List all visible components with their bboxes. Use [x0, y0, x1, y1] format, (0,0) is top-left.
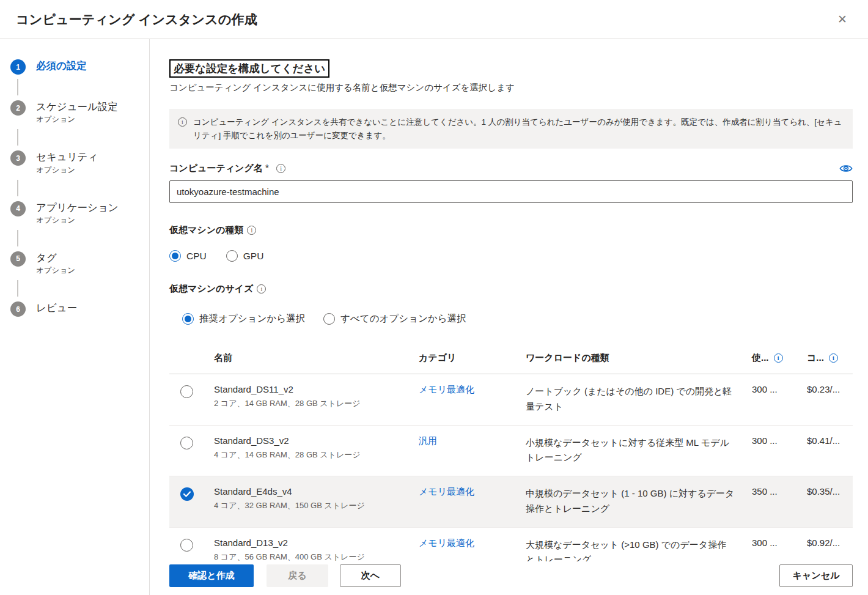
column-header-workload: ワークロードの種類 — [526, 352, 752, 364]
column-header-name: 名前 — [214, 352, 419, 364]
column-header-category: カテゴリ — [419, 352, 526, 364]
vm-workload: 小規模なデータセットに対する従来型 ML モデル トレーニング — [526, 435, 752, 466]
radio-circle — [226, 250, 238, 262]
eye-icon[interactable] — [839, 164, 853, 173]
radio-circle — [169, 250, 181, 262]
row-radio[interactable] — [180, 437, 193, 449]
close-icon[interactable]: ✕ — [833, 11, 852, 28]
radio-cpu[interactable]: CPU — [169, 250, 207, 262]
cost-info-icon[interactable]: i — [829, 353, 838, 363]
radio-label: すべてのオプションから選択 — [340, 312, 466, 325]
dialog-footer: 確認と作成 戻る 次へ キャンセル — [150, 561, 868, 595]
info-icon: i — [178, 117, 187, 127]
step-label: レビュー — [36, 301, 77, 314]
step-label: スケジュール設定 — [36, 100, 118, 113]
vm-cost: $0.23/... — [807, 384, 853, 394]
vm-specs: 4 コア、32 GB RAM、150 GB ストレージ — [214, 500, 419, 511]
vm-specs: 4 コア、14 GB RAM、28 GB ストレージ — [214, 449, 419, 460]
step-label: セキュリティ — [36, 150, 98, 163]
vm-size-radio-group: 推奨オプションから選択 すべてのオプションから選択 — [182, 312, 853, 325]
step-label: アプリケーション — [36, 201, 119, 214]
step-number-badge: 5 — [10, 251, 26, 267]
row-radio-selected[interactable] — [180, 487, 194, 501]
vm-size-table: 名前 カテゴリ ワークロードの種類 使... i コ... i — [169, 344, 853, 561]
vm-cost: $0.35/... — [807, 486, 853, 497]
compute-name-input[interactable] — [169, 180, 853, 203]
radio-circle — [323, 313, 335, 325]
radio-gpu[interactable]: GPU — [226, 250, 264, 262]
vm-size-info-icon[interactable]: i — [257, 284, 266, 294]
quota-info-icon[interactable]: i — [774, 353, 783, 363]
step-number-badge: 6 — [10, 301, 26, 317]
step-connector — [17, 129, 18, 146]
vm-quota: 300 ... — [752, 435, 807, 446]
radio-label: 推奨オプションから選択 — [199, 312, 305, 325]
step-optional-label: オプション — [36, 114, 118, 125]
vm-category-link[interactable]: メモリ最適化 — [419, 538, 526, 549]
column-header-cost: コ... — [807, 352, 824, 364]
vm-category-link[interactable]: メモリ最適化 — [419, 384, 526, 396]
radio-all-options[interactable]: すべてのオプションから選択 — [323, 312, 466, 325]
table-header-row: 名前 カテゴリ ワークロードの種類 使... i コ... i — [169, 344, 853, 374]
row-radio[interactable] — [180, 539, 193, 552]
vm-quota: 350 ... — [752, 486, 807, 497]
compute-name-label: コンピューティング名 — [169, 163, 263, 174]
vm-row-standard-e4ds-v4[interactable]: Standard_E4ds_v4 4 コア、32 GB RAM、150 GB ス… — [169, 476, 853, 528]
vm-row-standard-ds11-v2[interactable]: Standard_DS11_v2 2 コア、14 GB RAM、28 GB スト… — [169, 374, 853, 426]
vm-category-link[interactable]: メモリ最適化 — [419, 486, 526, 498]
radio-label: CPU — [186, 251, 207, 262]
review-create-button[interactable]: 確認と作成 — [169, 564, 254, 587]
vm-size-label: 仮想マシンのサイズ — [169, 283, 253, 295]
vm-workload: 中規模のデータセット (1 - 10 GB) に対するデータ操作とトレーニング — [526, 486, 752, 517]
cancel-button[interactable]: キャンセル — [779, 564, 853, 587]
step-connector — [17, 280, 18, 297]
wizard-steps-sidebar: 1 必須の設定 2 スケジュール設定 オプション 3 セキュリティ オプション — [0, 39, 150, 595]
step-connector — [17, 230, 18, 246]
step-number-badge: 4 — [10, 201, 26, 216]
vm-cost: $0.41/... — [807, 435, 853, 446]
vm-specs: 8 コア、56 GB RAM、400 GB ストレージ — [214, 552, 419, 561]
sidebar-step-applications[interactable]: 4 アプリケーション オプション — [10, 201, 149, 226]
page-title: 必要な設定を構成してください — [169, 59, 329, 78]
vm-row-standard-d13-v2[interactable]: Standard_D13_v2 8 コア、56 GB RAM、400 GB スト… — [169, 528, 853, 561]
required-settings-panel: 必要な設定を構成してください コンピューティング インスタンスに使用する名前と仮… — [150, 39, 868, 561]
vm-category-link[interactable]: 汎用 — [419, 435, 526, 447]
vm-quota: 300 ... — [752, 384, 807, 394]
step-connector — [17, 79, 18, 95]
vm-type-label: 仮想マシンの種類 — [169, 224, 243, 236]
sidebar-step-security[interactable]: 3 セキュリティ オプション — [10, 150, 149, 175]
vm-row-standard-ds3-v2[interactable]: Standard_DS3_v2 4 コア、14 GB RAM、28 GB ストレ… — [169, 426, 853, 477]
info-banner: i コンピューティング インスタンスを共有できないことに注意してください。1 人… — [169, 109, 853, 149]
step-number-badge: 3 — [10, 150, 26, 166]
radio-recommended-options[interactable]: 推奨オプションから選択 — [182, 312, 305, 325]
vm-quota: 300 ... — [752, 538, 807, 548]
vm-name: Standard_E4ds_v4 — [214, 486, 419, 497]
vm-type-info-icon[interactable]: i — [247, 226, 256, 235]
vm-name: Standard_DS3_v2 — [214, 435, 419, 446]
radio-label: GPU — [243, 251, 264, 262]
sidebar-step-review[interactable]: 6 レビュー — [10, 301, 149, 317]
vm-specs: 2 コア、14 GB RAM、28 GB ストレージ — [214, 398, 419, 409]
step-connector — [17, 180, 18, 196]
compute-name-info-icon[interactable]: i — [276, 164, 285, 173]
sidebar-step-required-settings[interactable]: 1 必須の設定 — [10, 59, 149, 75]
create-compute-instance-dialog: コンピューティング インスタンスの作成 ✕ 1 必須の設定 2 スケジュール設定… — [0, 0, 868, 595]
sidebar-step-schedule[interactable]: 2 スケジュール設定 オプション — [10, 100, 149, 125]
step-number-badge: 1 — [10, 59, 26, 75]
dialog-title: コンピューティング インスタンスの作成 — [16, 11, 257, 28]
back-button[interactable]: 戻る — [267, 564, 328, 587]
radio-circle — [182, 313, 194, 325]
dialog-header: コンピューティング インスタンスの作成 ✕ — [0, 0, 868, 39]
vm-name: Standard_D13_v2 — [214, 538, 419, 548]
step-optional-label: オプション — [36, 165, 98, 176]
step-label: タグ — [36, 251, 75, 264]
sidebar-step-tags[interactable]: 5 タグ オプション — [10, 251, 149, 276]
vm-workload: ノートブック (またはその他の IDE) での開発と軽量テスト — [526, 384, 752, 415]
row-radio[interactable] — [180, 385, 193, 398]
step-label: 必須の設定 — [36, 59, 87, 72]
next-button[interactable]: 次へ — [340, 564, 401, 587]
step-optional-label: オプション — [36, 265, 75, 276]
vm-workload: 大規模なデータセット (>10 GB) でのデータ操作とトレーニング — [526, 538, 752, 561]
step-number-badge: 2 — [10, 100, 26, 116]
info-banner-text: コンピューティング インスタンスを共有できないことに注意してください。1 人の割… — [193, 116, 844, 142]
